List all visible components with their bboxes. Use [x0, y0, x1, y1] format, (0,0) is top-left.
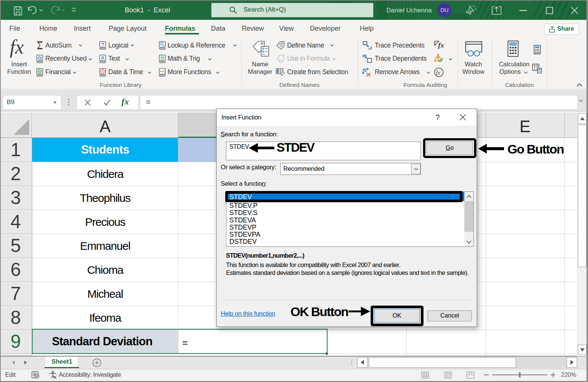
- svg-text:fx: fx: [436, 70, 440, 76]
- svg-text:?: ?: [101, 42, 104, 47]
- svg-text:fx: fx: [279, 57, 282, 62]
- svg-text:A: A: [101, 55, 105, 61]
- svg-text:fx: fx: [438, 41, 444, 49]
